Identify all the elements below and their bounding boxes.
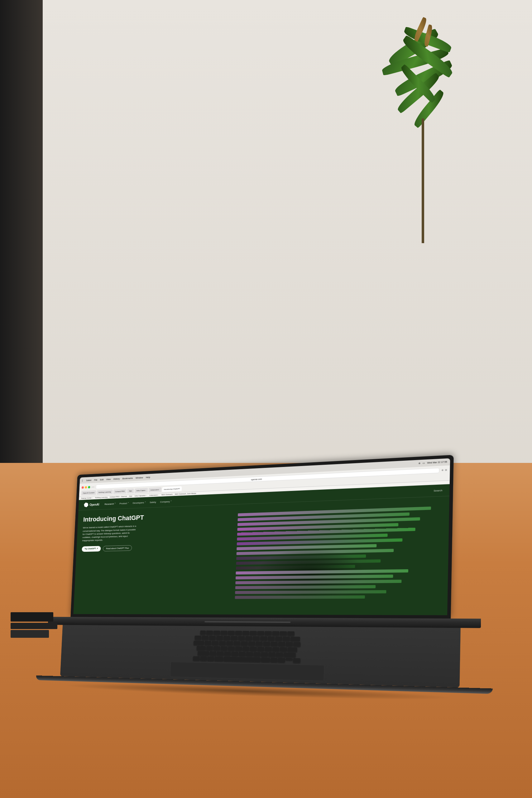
menu-window[interactable]: Window [136, 476, 143, 479]
key-k [258, 647, 264, 651]
key-8 [253, 636, 260, 641]
key-3 [216, 635, 223, 640]
key-d [221, 646, 228, 650]
key-6 [238, 636, 245, 640]
key-s [213, 646, 220, 650]
bookmark-coheed[interactable]: Coheed PRO ~ Marmot [110, 495, 127, 498]
traffic-lights [82, 486, 90, 489]
minimize-button[interactable] [85, 486, 87, 489]
menu-safari[interactable]: Safari [86, 479, 92, 481]
nav-company[interactable]: Company ˅ [160, 500, 172, 503]
key-y [241, 641, 248, 646]
tab-unbenannt[interactable]: Unbenannt~ [149, 487, 162, 493]
openai-nav-links: Research ˅ Product ˅ Developers ˅ Safety… [105, 500, 172, 505]
key-minus [275, 636, 282, 641]
key-b [239, 652, 246, 656]
menu-file[interactable]: File [94, 478, 98, 481]
key-tab [194, 641, 205, 645]
viz-bar-18 [235, 595, 365, 599]
key-9 [260, 636, 267, 641]
stack-item-2 [11, 623, 57, 629]
openai-search[interactable]: Search [434, 489, 442, 492]
nav-safety[interactable]: Safety [150, 501, 156, 504]
key-f12 [287, 631, 294, 635]
key-ctrl [200, 656, 207, 661]
close-button[interactable] [82, 486, 84, 489]
key-arrow-up-down [286, 658, 293, 660]
key-f6 [243, 631, 249, 635]
viz-bar-16 [235, 585, 376, 589]
key-backtick [195, 635, 201, 640]
key-bracket-left [278, 642, 285, 646]
openai-logo-text: OpenAI [90, 502, 99, 506]
menu-view[interactable]: View [106, 478, 111, 480]
hero-description: We've trained a model called ChatGPT whi… [82, 524, 138, 542]
key-p [271, 642, 278, 646]
forward-button[interactable]: › [94, 485, 94, 488]
keyboard [66, 629, 453, 666]
key-0 [268, 636, 275, 641]
apple-logo-icon:  [82, 479, 83, 482]
key-h [243, 646, 249, 651]
nav-research[interactable]: Research ˅ [105, 502, 116, 505]
trackpad[interactable] [170, 662, 325, 681]
key-f4 [228, 631, 235, 635]
viz-bar-12 [236, 565, 355, 570]
laptop-screen:  Safari File Edit View History Bookmark… [71, 455, 454, 619]
key-1 [202, 635, 209, 640]
stack-item-3 [11, 630, 49, 638]
key-semicolon [272, 647, 280, 651]
menu-edit[interactable]: Edit [100, 478, 104, 481]
bookmark-seo-josh[interactable]: SEO Outreach, Josh Weber [175, 492, 196, 495]
nav-product[interactable]: Product ˅ [120, 501, 129, 505]
tab-chatgpt-active[interactable]: Introducing ChatGPT [162, 486, 182, 492]
key-backspace [290, 636, 300, 641]
bookmark-dipl[interactable]: Dipl. [129, 495, 133, 497]
macos-status-bar: ⊛ ▭ Wed Mar 22 17:55 [419, 460, 447, 464]
bookmark-seo[interactable]: SEO Outreach [162, 493, 173, 496]
bookmark-startup[interactable]: Startup Center ~ [81, 497, 93, 499]
key-capslock [197, 646, 206, 650]
key-7 [245, 636, 252, 640]
key-backslash [293, 642, 301, 646]
openai-logo-icon [84, 502, 88, 507]
menu-help[interactable]: Help [146, 476, 150, 478]
tab-nothing-learning[interactable]: Nothing Learning [97, 489, 113, 495]
laptop-body:  Safari File Edit View History Bookmark… [45, 453, 484, 694]
menu-history[interactable]: History [113, 477, 120, 480]
menu-bookmarks[interactable]: Bookmarks [122, 477, 133, 480]
bookmark-unbenannt[interactable]: Unbenannt ~ [149, 494, 159, 496]
datetime-display: Wed Mar 22 17:55 [427, 460, 447, 464]
tab-label: Coheed PRO [115, 490, 125, 493]
bookmark-infra[interactable]: Infra Capacitor ~ [135, 494, 147, 497]
wifi-icon: ⊛ [419, 462, 421, 465]
openai-logo[interactable]: OpenAI [84, 502, 99, 507]
key-shift-left [197, 651, 209, 655]
maximize-button[interactable] [88, 486, 90, 489]
key-f8 [258, 631, 264, 635]
tab-icon[interactable]: ⊞ [445, 469, 447, 471]
back-button[interactable]: ‹ [92, 485, 93, 488]
try-chatgpt-button[interactable]: Try ChatGPT ↗ [82, 546, 101, 552]
key-f3 [221, 631, 228, 635]
openai-hero: Introducing ChatGPT We've trained a mode… [74, 496, 450, 611]
key-option-left [207, 657, 214, 661]
key-f [228, 646, 235, 650]
hero-buttons: Try ChatGPT ↗ Read about ChatGPT Plus [82, 543, 231, 552]
key-f2 [213, 631, 220, 635]
laptop-hinge [205, 621, 291, 623]
viz-bar-10 [236, 554, 366, 560]
key-period [268, 652, 276, 657]
share-icon[interactable]: ⊕ [442, 469, 444, 472]
key-l [265, 647, 272, 651]
url-display: openai.com [251, 478, 262, 480]
nav-developers[interactable]: Developers ˅ [133, 501, 146, 504]
tab-openai-content[interactable]: OpenAI Content [81, 490, 96, 495]
key-shift-right [284, 652, 296, 657]
tab-dipl[interactable]: Dipl. [128, 489, 134, 493]
hero-text-content: Introducing ChatGPT We've trained a mode… [82, 510, 238, 552]
bookmark-nothing[interactable]: Nothing Learning [95, 496, 108, 498]
tab-coheed[interactable]: Coheed PRO [113, 489, 127, 494]
tab-infra[interactable]: Infra Capac~ [135, 488, 148, 493]
chatgpt-plus-button[interactable]: Read about ChatGPT Plus [103, 545, 132, 551]
